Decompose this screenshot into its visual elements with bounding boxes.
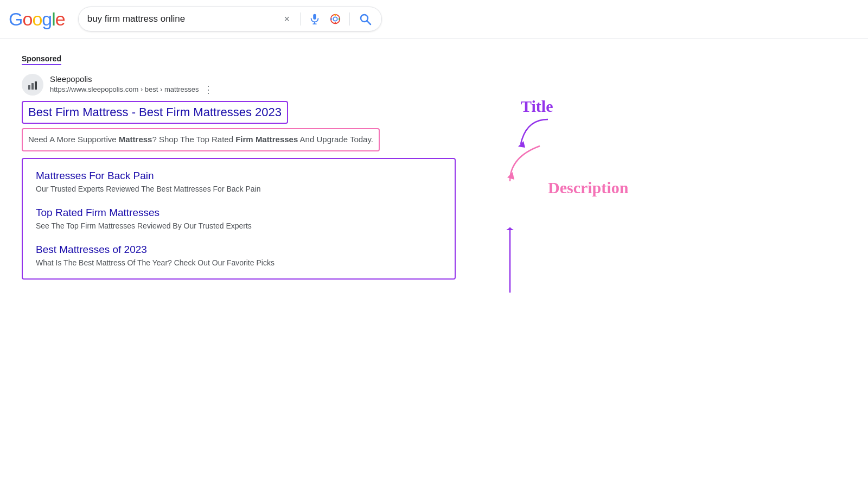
ad-title-box: Best Firm Mattress - Best Firm Mattresse… <box>22 101 288 124</box>
google-logo: Google <box>9 9 65 30</box>
asset-link-1[interactable]: Mattresses For Back Pain <box>36 170 442 182</box>
svg-rect-6 <box>339 18 340 20</box>
svg-point-4 <box>333 17 337 21</box>
site-url: https://www.sleepopolis.com › best › mat… <box>50 85 199 93</box>
asset-item-3: Best Mattresses of 2023 What Is The Best… <box>36 244 442 268</box>
svg-rect-5 <box>334 14 336 16</box>
sponsored-label: Sponsored <box>22 54 61 65</box>
asset-desc-3: What Is The Best Mattress Of The Year? C… <box>36 258 275 267</box>
desc-annotation-label: Description <box>548 179 628 196</box>
logo-o2: o <box>32 9 42 30</box>
title-annotation: Title <box>521 97 553 116</box>
microphone-icon[interactable] <box>308 12 321 26</box>
search-icon-group: × <box>282 11 373 27</box>
svg-rect-8 <box>330 18 332 20</box>
favicon-icon <box>27 79 39 91</box>
logo-o1: o <box>22 9 32 30</box>
desc-arrow <box>499 141 553 186</box>
svg-point-3 <box>330 15 340 24</box>
logo-e: e <box>55 9 65 30</box>
title-annotation-label: Title <box>521 97 553 115</box>
svg-rect-13 <box>35 81 37 90</box>
search-bar: × <box>78 7 382 31</box>
more-options-icon[interactable]: ⋮ <box>203 84 213 96</box>
svg-rect-12 <box>31 83 34 90</box>
search-input[interactable] <box>87 14 275 24</box>
ad-site-row: Sleepopolis https://www.sleepopolis.com … <box>22 74 488 96</box>
svg-marker-17 <box>506 227 514 230</box>
asset-desc-2: See The Top Firm Mattresses Reviewed By … <box>36 221 252 230</box>
divider2 <box>349 12 350 26</box>
logo-g2: g <box>42 9 52 30</box>
ad-title-link[interactable]: Best Firm Mattress - Best Firm Mattresse… <box>23 102 287 123</box>
desc-arrow-svg <box>499 141 553 184</box>
site-favicon <box>22 74 43 96</box>
sponsored-section: Sponsored <box>22 54 488 68</box>
main-content: Sponsored Sleepopolis https://www.sleepo… <box>0 39 868 295</box>
assets-arrow <box>499 227 521 295</box>
header: Google × <box>0 0 868 39</box>
assets-annotation: Assets <box>515 293 559 295</box>
assets-arrow-svg <box>499 227 521 295</box>
svg-line-10 <box>367 21 371 25</box>
logo-g1: G <box>9 9 22 30</box>
search-button[interactable] <box>358 11 373 27</box>
svg-rect-0 <box>313 14 316 20</box>
svg-rect-11 <box>28 85 30 90</box>
asset-link-2[interactable]: Top Rated Firm Mattresses <box>36 207 442 219</box>
assets-box: Mattresses For Back Pain Our Trusted Exp… <box>22 158 456 280</box>
asset-link-3[interactable]: Best Mattresses of 2023 <box>36 244 442 256</box>
assets-annotation-label: Assets <box>515 293 559 295</box>
clear-icon[interactable]: × <box>282 14 292 24</box>
google-lens-icon[interactable] <box>329 12 342 26</box>
ad-block: Sponsored Sleepopolis https://www.sleepo… <box>22 54 488 280</box>
asset-item-2: Top Rated Firm Mattresses See The Top Fi… <box>36 207 442 231</box>
site-url-row: https://www.sleepopolis.com › best › mat… <box>50 84 213 96</box>
asset-desc-1: Our Trusted Experts Reviewed The Best Ma… <box>36 185 260 193</box>
divider <box>300 12 301 26</box>
desc-annotation: Description <box>548 179 628 197</box>
asset-item-1: Mattresses For Back Pain Our Trusted Exp… <box>36 170 442 194</box>
ad-description-box: Need A More Supportive Mattress? Shop Th… <box>22 128 380 151</box>
site-info: Sleepopolis https://www.sleepopolis.com … <box>50 74 213 96</box>
site-name: Sleepopolis <box>50 74 213 84</box>
svg-rect-7 <box>334 22 336 24</box>
ad-description: Need A More Supportive Mattress? Shop Th… <box>28 135 373 144</box>
annotations-panel: Title Description <box>505 54 678 280</box>
